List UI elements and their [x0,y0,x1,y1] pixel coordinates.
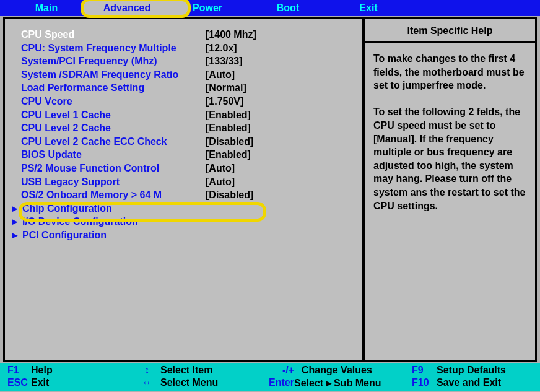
settings-panel: CPU Speed [1400 Mhz] CPU: System Frequen… [3,17,364,362]
setting-value: [Enabled] [206,121,251,135]
setting-label: System /SDRAM Frequency Ratio [21,68,206,82]
setting-label: CPU Level 2 Cache ECC Check [21,135,206,149]
setting-label: OS/2 Onboard Memory > 64 M [21,188,206,202]
footer-key-f1: F1 [2,365,31,376]
setting-cpu-l2-ecc[interactable]: CPU Level 2 Cache ECC Check [Disabled] [21,135,360,149]
setting-value: [1.750V] [206,95,243,108]
setting-load-performance[interactable]: Load Performance Setting [Normal] [21,81,360,95]
setting-value: [Auto] [206,175,235,189]
submenu-chip-config[interactable]: ▸ Chip Configuration [21,202,360,216]
setting-value: [1400 Mhz] [206,28,256,41]
caret-right-icon: ▸ [12,215,21,229]
submenu-pci-config[interactable]: ▸ PCI Configuration [21,229,360,242]
help-panel: Item Specific Help To make changes to th… [364,17,537,362]
help-body: To make changes to the first 4 fields, t… [365,43,535,221]
footer-label-setup-defaults: Setup Defaults [437,365,538,376]
footer-label-save-exit: Save and Exit [437,377,538,388]
footer-row-2: ESC Exit ↔ Select Menu Enter Select ▸ Su… [2,377,538,389]
tab-boot[interactable]: Boot [248,0,328,16]
footer-key-f9: F9 [412,365,437,376]
leftright-arrows-icon: ↔ [133,377,160,388]
setting-label: Load Performance Setting [21,81,206,95]
setting-value: [Enabled] [206,148,251,162]
setting-value: [12.0x] [206,41,237,55]
setting-system-pci-freq[interactable]: System/PCI Frequency (Mhz) [133/33] [21,54,360,68]
setting-cpu-speed[interactable]: CPU Speed [1400 Mhz] [21,28,360,41]
setting-bios-update[interactable]: BIOS Update [Enabled] [21,148,360,162]
setting-value: [Normal] [206,81,246,95]
setting-label: CPU: System Frequency Multiple [21,41,206,55]
setting-cpu-freq-multiple[interactable]: CPU: System Frequency Multiple [12.0x] [21,41,360,55]
setting-cpu-l1-cache[interactable]: CPU Level 1 Cache [Enabled] [21,108,360,122]
setting-ps2-mouse[interactable]: PS/2 Mouse Function Control [Auto] [21,162,360,175]
footer-label-select-submenu: Select ▸ Sub Menu [294,377,412,389]
footer-label-change-values: Change Values [294,365,412,376]
footer-label-help: Help [31,365,133,376]
submenu-label: I/O Device Configuration [22,215,138,229]
setting-cpu-l2-cache[interactable]: CPU Level 2 Cache [Enabled] [21,121,360,135]
work-area: CPU Speed [1400 Mhz] CPU: System Frequen… [0,16,540,363]
tab-exit[interactable]: Exit [328,0,409,16]
setting-label: USB Legacy Support [21,175,206,189]
setting-os2-memory[interactable]: OS/2 Onboard Memory > 64 M [Disabled] [21,188,360,202]
menu-bar: Main Advanced Power Boot Exit [0,0,540,16]
submenu-label: Chip Configuration [22,202,112,216]
setting-value: [Auto] [206,68,235,82]
setting-cpu-vcore[interactable]: CPU Vcore [1.750V] [21,95,360,108]
setting-label: PS/2 Mouse Function Control [21,162,206,175]
footer-bar: F1 Help ↕ Select Item -/+ Change Values … [0,363,540,391]
caret-right-icon: ▸ [12,229,21,242]
setting-label: System/PCI Frequency (Mhz) [21,54,206,68]
updown-arrows-icon: ↕ [133,365,160,376]
setting-usb-legacy[interactable]: USB Legacy Support [Auto] [21,175,360,189]
footer-label-exit: Exit [31,377,133,388]
caret-right-icon: ▸ [12,202,21,216]
footer-row-1: F1 Help ↕ Select Item -/+ Change Values … [2,364,538,377]
footer-key-esc: ESC [2,377,31,388]
footer-key-plusminus: -/+ [259,365,294,376]
setting-label: BIOS Update [21,148,206,162]
footer-key-f10: F10 [412,377,437,388]
setting-label: CPU Speed [21,28,206,41]
setting-label: CPU Vcore [21,95,206,108]
setting-value: [Disabled] [206,188,253,202]
setting-label: CPU Level 1 Cache [21,108,206,122]
setting-value: [133/33] [206,54,243,68]
tab-main[interactable]: Main [6,0,87,16]
setting-label: CPU Level 2 Cache [21,121,206,135]
submenu-label: PCI Configuration [22,229,107,242]
setting-value: [Disabled] [206,135,253,149]
help-title: Item Specific Help [365,19,535,43]
footer-label-select-item: Select Item [160,365,259,376]
footer-label-select-menu: Select Menu [160,377,259,388]
footer-key-enter: Enter [259,377,294,388]
setting-value: [Auto] [206,162,235,175]
submenu-io-device-config[interactable]: ▸ I/O Device Configuration [21,215,360,229]
setting-value: [Enabled] [206,108,251,122]
setting-sdram-freq-ratio[interactable]: System /SDRAM Frequency Ratio [Auto] [21,68,360,82]
